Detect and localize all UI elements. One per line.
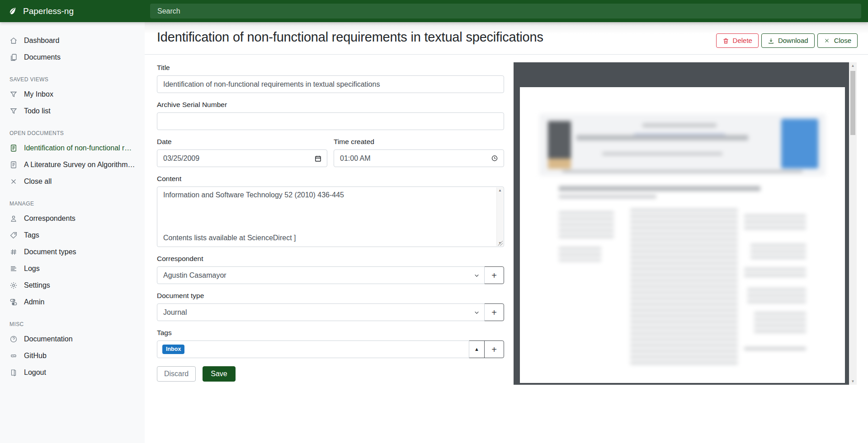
tag-icon xyxy=(9,231,18,239)
resize-grip[interactable] xyxy=(498,241,503,246)
section-manage: Manage xyxy=(9,201,135,207)
file-text-icon xyxy=(9,161,18,169)
asn-input[interactable] xyxy=(157,112,504,130)
sidebar-item-correspondents[interactable]: Correspondents xyxy=(0,210,145,227)
question-circle-icon xyxy=(9,335,18,343)
sidebar-close-all[interactable]: Close all xyxy=(0,173,145,190)
sidebar-item-todo-list[interactable]: Todo list xyxy=(0,103,145,119)
document-edit-form: Title Archive Serial Number Date Time cr… xyxy=(157,64,504,382)
asn-label: Archive Serial Number xyxy=(157,101,504,109)
section-misc: Misc xyxy=(9,321,135,327)
header-divider xyxy=(145,54,868,55)
time-created-input[interactable] xyxy=(334,149,504,167)
sidebar-item-github[interactable]: GitHub xyxy=(0,347,145,364)
sidebar-item-tags[interactable]: Tags xyxy=(0,227,145,243)
logout-door-icon xyxy=(9,368,18,377)
sidebar-item-settings[interactable]: Settings xyxy=(0,277,145,294)
tag-badge-inbox[interactable]: Inbox xyxy=(162,345,184,354)
gear-icon xyxy=(9,281,18,289)
preview-scroll-thumb[interactable] xyxy=(850,71,855,135)
pdf-preview-pane[interactable] xyxy=(514,62,849,385)
sidebar-item-documents[interactable]: Documents xyxy=(0,49,145,65)
section-saved-views: Saved views xyxy=(9,76,135,83)
hash-icon xyxy=(9,248,18,256)
tags-label: Tags xyxy=(157,329,504,337)
document-type-select[interactable]: Journal xyxy=(157,303,485,321)
brand-name: Paperless-ng xyxy=(23,6,74,16)
tags-collapse-button[interactable]: ▲ xyxy=(469,340,485,358)
leaf-logo-icon xyxy=(8,6,18,16)
content-line-2: Contents lists available at ScienceDirec… xyxy=(163,234,493,242)
add-correspondent-button[interactable]: + xyxy=(484,266,504,284)
page-title: Identification of non-functional require… xyxy=(157,30,716,45)
filter-icon xyxy=(9,90,18,98)
correspondent-select[interactable]: Agustin Casamayor xyxy=(157,266,485,284)
trash-icon xyxy=(722,37,729,44)
add-document-type-button[interactable]: + xyxy=(484,303,504,321)
delete-button[interactable]: Delete xyxy=(716,33,759,48)
search-input[interactable] xyxy=(150,4,861,19)
date-input[interactable] xyxy=(157,149,327,167)
toggles-icon xyxy=(9,298,18,306)
save-button[interactable]: Save xyxy=(203,366,235,382)
add-tag-button[interactable]: + xyxy=(484,340,504,358)
title-input[interactable] xyxy=(157,75,504,93)
close-button[interactable]: Close xyxy=(817,33,858,48)
pdf-page xyxy=(520,87,845,383)
chevron-down-icon xyxy=(474,272,480,278)
caret-up-icon: ▲ xyxy=(474,347,479,352)
chevron-down-icon xyxy=(474,309,480,315)
sidebar-item-admin[interactable]: Admin xyxy=(0,294,145,310)
scroll-up-icon[interactable]: ▲ xyxy=(498,188,502,192)
download-icon xyxy=(768,37,774,44)
content-textarea[interactable]: Information and Software Technology 52 (… xyxy=(157,187,504,247)
top-navbar: Paperless-ng xyxy=(0,0,868,22)
list-icon xyxy=(9,265,18,273)
scroll-down-icon[interactable]: ▼ xyxy=(849,379,857,383)
pdf-page-blurred-content xyxy=(520,87,845,383)
link-icon xyxy=(9,352,18,360)
close-icon xyxy=(9,177,18,186)
sidebar: Dashboard Documents Saved views My Inbox… xyxy=(0,22,145,443)
sidebar-item-dashboard[interactable]: Dashboard xyxy=(0,32,145,49)
content-scrollbar[interactable]: ▲ ▼ xyxy=(496,187,503,246)
preview-scrollbar[interactable]: ▲ ▼ xyxy=(849,62,857,385)
time-created-label: Time created xyxy=(334,138,504,146)
close-icon xyxy=(824,37,830,44)
scroll-up-icon[interactable]: ▲ xyxy=(849,64,857,68)
brand[interactable]: Paperless-ng xyxy=(0,0,145,22)
sidebar-open-doc-1[interactable]: Identification of non-functional require… xyxy=(0,140,145,156)
documents-icon xyxy=(9,53,18,61)
discard-button[interactable]: Discard xyxy=(157,366,196,382)
section-open-documents: Open documents xyxy=(9,130,135,136)
sidebar-open-doc-2[interactable]: A Literature Survey on Algorithms for Mu… xyxy=(0,156,145,173)
file-text-icon xyxy=(9,144,18,152)
filter-icon xyxy=(9,107,18,115)
content-line-1: Information and Software Technology 52 (… xyxy=(163,191,493,199)
correspondent-label: Correspondent xyxy=(157,255,504,263)
tags-input[interactable]: Inbox xyxy=(157,340,469,358)
sidebar-item-logs[interactable]: Logs xyxy=(0,260,145,277)
sidebar-item-logout[interactable]: Logout xyxy=(0,364,145,381)
document-type-label: Document type xyxy=(157,292,504,300)
download-button[interactable]: Download xyxy=(761,33,815,48)
house-icon xyxy=(9,37,18,45)
title-label: Title xyxy=(157,64,504,72)
sidebar-item-documentation[interactable]: Documentation xyxy=(0,331,145,347)
date-label: Date xyxy=(157,138,327,146)
sidebar-item-document-types[interactable]: Document types xyxy=(0,243,145,260)
person-icon xyxy=(9,215,18,223)
content-label: Content xyxy=(157,175,504,183)
sidebar-item-my-inbox[interactable]: My Inbox xyxy=(0,86,145,103)
